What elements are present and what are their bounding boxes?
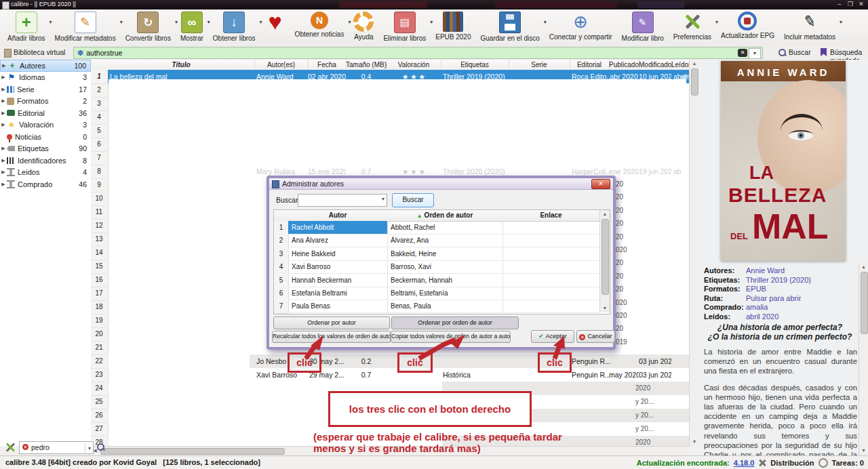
- dialog-search-combo[interactable]: [298, 194, 387, 207]
- expand-arrow-icon[interactable]: ▶: [0, 98, 7, 104]
- expand-arrow-icon[interactable]: ▶: [0, 110, 7, 116]
- scrollbar-slider[interactable]: [601, 219, 609, 295]
- toolbar-button-get-books[interactable]: ↓▾Obtener libros: [208, 9, 260, 46]
- dialog-author-cell[interactable]: Heine Bakkeid: [288, 247, 388, 261]
- dialog-link-cell[interactable]: [502, 300, 600, 313]
- toolbar-button-embed-metadata[interactable]: ✎▾Incluir metadatos: [779, 9, 840, 46]
- metadata-value-link[interactable]: Thriller 2019 (2020): [746, 276, 811, 284]
- toolbar-button-convert-books[interactable]: ↻▾Convertir libros: [121, 9, 176, 46]
- expand-arrow-icon[interactable]: ▶: [0, 146, 7, 151]
- dialog-link-cell[interactable]: [502, 221, 600, 234]
- scrollbar-slider[interactable]: [100, 448, 285, 455]
- scroll-up-icon[interactable]: ▲: [859, 263, 868, 271]
- dialog-author-sort-cell[interactable]: Beltrami, Estefanía: [387, 287, 503, 300]
- toolbar-button-help[interactable]: Ayuda: [349, 9, 378, 46]
- scroll-down-icon[interactable]: ▼: [859, 447, 868, 455]
- column-header-read[interactable]: Leídos: [671, 60, 690, 69]
- expand-arrow-icon[interactable]: ▶: [0, 158, 7, 163]
- book-list-vertical-scrollbar[interactable]: ▲ ▼: [689, 60, 698, 446]
- copy-author-sort-button[interactable]: Copiar todos valores de orden de autor a…: [391, 331, 511, 343]
- sidebar-item-valoracion[interactable]: ▶★Valoración3: [0, 119, 91, 131]
- dialog-author-cell[interactable]: Hannah Beckerman: [288, 274, 388, 287]
- toolbar-button-view[interactable]: ∞▾Mostrar: [176, 9, 208, 46]
- close-button[interactable]: ✕: [856, 0, 867, 9]
- column-header-serie[interactable]: Serie: [509, 60, 570, 69]
- toolbar-button-add-books[interactable]: +▾Añadir libros: [3, 9, 50, 46]
- dialog-link-cell[interactable]: [502, 260, 600, 274]
- dialog-author-sort-cell[interactable]: Barroso, Xavi: [387, 260, 503, 274]
- toolbar-button-edit-book[interactable]: ✎Modificar libro: [617, 9, 669, 46]
- recalculate-author-sort-button[interactable]: Recalcular todos los valores de orden de…: [272, 331, 391, 343]
- jobs-label[interactable]: Tareas: 0: [832, 459, 865, 467]
- metadata-value-link[interactable]: abril 2020: [746, 312, 778, 321]
- column-header-author[interactable]: Autor(es): [254, 60, 309, 69]
- search-dropdown-button[interactable]: ▾: [749, 48, 761, 59]
- column-header-published[interactable]: Publicado: [609, 60, 639, 69]
- dialog-author-cell[interactable]: Rachel Abbott: [288, 221, 388, 234]
- dialog-author-cell[interactable]: Xavi Barroso: [288, 260, 388, 274]
- toolbar-button-fetch-news[interactable]: N▾Obtener noticias: [290, 9, 349, 46]
- dialog-column-header[interactable]: Enlace: [502, 210, 600, 222]
- virtual-library-button[interactable]: Biblioteca virtual: [1, 47, 69, 58]
- sidebar-item-formatos[interactable]: ▶Formatos2: [0, 96, 91, 108]
- book-cover[interactable]: ANNIE WARD LA BELLEZA DEL MAL ¿UNA HISTO…: [721, 61, 846, 261]
- dialog-link-cell[interactable]: [502, 234, 600, 247]
- dialog-link-cell[interactable]: [502, 247, 600, 261]
- dialog-author-cell[interactable]: Paula Benas: [288, 300, 388, 313]
- dialog-author-cell[interactable]: Ana Álvarez: [288, 234, 388, 247]
- dialog-column-header[interactable]: Autor: [288, 210, 388, 222]
- sidebar-item-serie[interactable]: ▶Serie17: [0, 83, 91, 96]
- update-version-link[interactable]: 4.18.0: [734, 459, 755, 467]
- expand-arrow-icon[interactable]: ▶: [0, 182, 7, 187]
- dialog-link-cell[interactable]: [502, 287, 600, 300]
- preferences-mini-icon[interactable]: [5, 442, 16, 453]
- toolbar-button-connect-share[interactable]: ⊕Conectar y compartir: [545, 9, 617, 46]
- toolbar-button-library[interactable]: EPUB 2020: [431, 9, 475, 46]
- column-header-publisher[interactable]: Editorial: [570, 60, 610, 69]
- dialog-author-sort-cell[interactable]: Álvarez, Ana: [387, 234, 503, 247]
- expand-arrow-icon[interactable]: ▶: [0, 122, 7, 127]
- maximize-button[interactable]: ❐: [845, 0, 856, 9]
- scroll-down-icon[interactable]: ▼: [600, 304, 610, 312]
- column-header-tags[interactable]: Etiquetas: [441, 60, 509, 69]
- expand-arrow-icon[interactable]: ▶: [0, 87, 7, 92]
- dialog-titlebar[interactable]: Administrar autores ✕: [269, 178, 613, 190]
- scroll-up-icon[interactable]: ▲: [690, 60, 698, 68]
- expand-arrow-icon[interactable]: ▶: [0, 75, 7, 80]
- restriction-search-icon[interactable]: [97, 443, 104, 451]
- expand-arrow-icon[interactable]: ▶: [1, 63, 7, 68]
- metadata-value-link[interactable]: EPUB: [746, 285, 766, 293]
- sidebar-item-editorial[interactable]: ▶Editorial36: [0, 107, 91, 119]
- scroll-down-icon[interactable]: ▼: [690, 438, 698, 446]
- sidebar-item-column[interactable]: ▶Leidos4: [0, 167, 91, 179]
- column-header-title[interactable]: Título: [108, 60, 255, 69]
- expand-arrow-icon[interactable]: ▶: [0, 169, 7, 175]
- search-icon[interactable]: [778, 49, 786, 56]
- clear-search-button[interactable]: ✕: [738, 49, 747, 57]
- minimize-button[interactable]: –: [834, 0, 845, 9]
- sidebar-item-column[interactable]: ▶Comprado46: [0, 178, 91, 190]
- dialog-link-cell[interactable]: [502, 274, 600, 287]
- dialog-author-sort-cell[interactable]: Beckerman, Hannah: [387, 274, 503, 287]
- saved-search-icon[interactable]: [821, 48, 827, 56]
- jobs-spinner-icon[interactable]: [818, 458, 828, 468]
- cancel-button[interactable]: ✕Cancelar: [576, 330, 615, 343]
- dropdown-caret-icon[interactable]: ▾: [840, 19, 842, 25]
- column-header-size[interactable]: Tamaño (MB): [346, 60, 387, 69]
- sort-by-author-sort-button[interactable]: Ordenar por orden de autor: [391, 317, 519, 329]
- dialog-scrollbar[interactable]: ▲▼: [599, 210, 610, 312]
- toolbar-button-preferences[interactable]: ▾Preferencias: [669, 9, 716, 46]
- dialog-column-header[interactable]: ▲Orden de autor: [387, 210, 503, 222]
- column-header-modified[interactable]: Modificado: [639, 60, 672, 69]
- search-input[interactable]: ✽ authorstrue ✕ ▾: [73, 47, 763, 59]
- dialog-search-button[interactable]: Buscar: [392, 193, 434, 207]
- toolbar-button-save-to-disk[interactable]: ▾Guardar en el disco: [476, 9, 545, 46]
- metadata-value-link[interactable]: Annie Ward: [746, 266, 785, 274]
- dialog-author-sort-cell[interactable]: Benas, Paula: [387, 300, 503, 313]
- sidebar-item-noticias[interactable]: Noticias0: [0, 131, 91, 143]
- column-header-rating[interactable]: Valoración: [387, 60, 441, 69]
- toolbar-button-edit-metadata[interactable]: ✎▾Modificar metadatos: [50, 9, 121, 46]
- restriction-combo[interactable]: ✕pedro: [19, 441, 94, 454]
- sidebar-item-etiquetas[interactable]: ▶Etiquetas90: [0, 143, 91, 155]
- dialog-author-sort-cell[interactable]: Bakkeid, Heine: [387, 247, 503, 261]
